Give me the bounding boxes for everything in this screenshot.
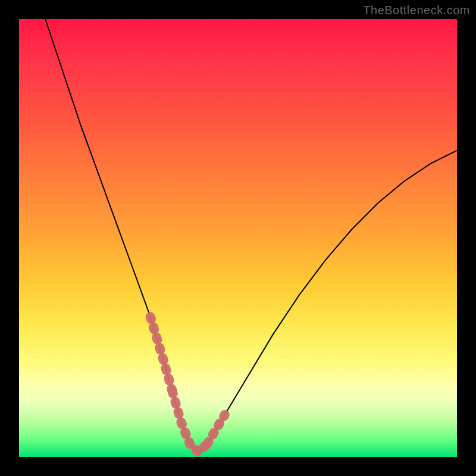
- bottleneck-curve: [45, 19, 457, 453]
- chart-svg: [19, 19, 457, 457]
- chart-plot-area: [19, 19, 457, 457]
- curve-line: [45, 19, 457, 453]
- watermark-text: TheBottleneck.com: [363, 4, 470, 17]
- curve-highlights: [151, 317, 225, 453]
- left-highlight: [151, 317, 173, 392]
- trough-highlight: [173, 392, 208, 453]
- right-highlight: [208, 415, 225, 444]
- chart-frame: TheBottleneck.com: [0, 0, 476, 476]
